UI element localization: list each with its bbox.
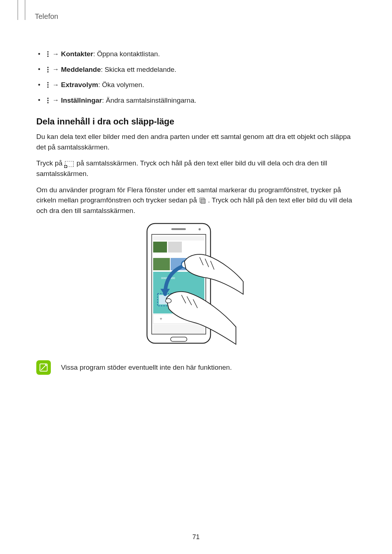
svg-rect-8 — [153, 258, 170, 270]
note-icon — [36, 360, 51, 375]
menu-label: Meddelande — [61, 66, 101, 73]
menu-label: Kontakter — [61, 50, 93, 58]
drag-drop-icon — [65, 159, 74, 169]
menu-desc: : Skicka ett meddelande. — [101, 66, 176, 73]
note-text: Vissa program stöder eventuellt inte den… — [61, 360, 232, 373]
menu-desc: : Ändra samtalsinställningarna. — [102, 97, 196, 104]
arrow-icon: → — [52, 95, 59, 105]
section-header: Telefon — [35, 12, 58, 21]
manual-page: Telefon • → Kontakter: Öppna kontaktlist… — [0, 0, 392, 554]
list-item: • → Kontakter: Öppna kontaktlistan. — [36, 49, 356, 59]
subheading: Dela innehåll i dra och släpp-läge — [36, 116, 356, 127]
arrow-icon: → — [52, 49, 59, 59]
paragraph: Tryck på på samtalsskärmen. Tryck och hå… — [36, 158, 356, 179]
more-options-icon — [47, 67, 49, 73]
svg-text:+: + — [160, 316, 162, 321]
more-options-icon — [47, 98, 49, 103]
drag-drop-illustration: 0000-0000 + — [145, 222, 247, 349]
menu-option-list: • → Kontakter: Öppna kontaktlistan. • → … — [36, 49, 356, 106]
menu-desc: : Öka volymen. — [98, 81, 144, 89]
more-options-icon — [47, 82, 49, 88]
arrow-icon: → — [52, 65, 59, 74]
page-content: • → Kontakter: Öppna kontaktlistan. • → … — [36, 49, 356, 375]
more-options-icon — [47, 51, 49, 57]
bullet: • — [36, 95, 42, 105]
list-item: • → Inställningar: Ändra samtalsinställn… — [36, 95, 356, 106]
list-item: • → Extravolym: Öka volymen. — [36, 80, 356, 90]
window-switch-icon — [200, 198, 205, 204]
bullet: • — [36, 49, 42, 59]
svg-point-3 — [199, 228, 201, 230]
svg-rect-5 — [153, 236, 204, 241]
note-block: Vissa program stöder eventuellt inte den… — [36, 360, 356, 375]
bullet: • — [36, 80, 42, 90]
list-item: • → Meddelande: Skicka ett meddelande. — [36, 65, 356, 75]
svg-rect-7 — [168, 242, 182, 253]
paragraph: Du kan dela text eller bilder med den an… — [36, 132, 356, 152]
menu-label: Extravolym — [61, 81, 98, 89]
menu-desc: : Öppna kontaktlistan. — [93, 50, 160, 58]
arrow-icon: → — [52, 80, 59, 90]
paragraph: Om du använder program för Flera fönster… — [36, 185, 356, 216]
menu-label: Inställningar — [61, 97, 102, 104]
bullet: • — [36, 65, 42, 74]
page-number: 71 — [0, 533, 392, 541]
page-tab-marker — [17, 0, 25, 20]
svg-rect-2 — [171, 228, 186, 230]
svg-point-20 — [166, 299, 171, 303]
svg-rect-6 — [153, 242, 167, 253]
svg-rect-17 — [153, 324, 204, 334]
